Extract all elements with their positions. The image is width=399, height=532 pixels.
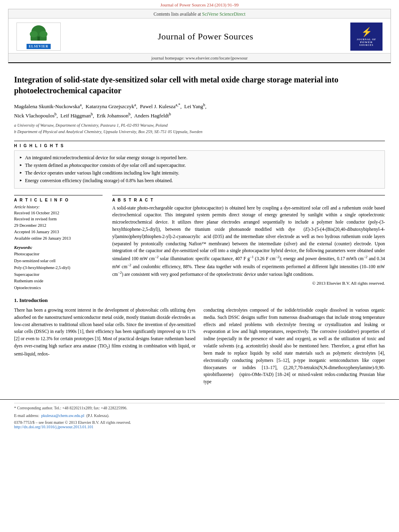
journal-title: Journal of Power Sources <box>65 31 346 42</box>
footer-area: * Corresponding author. Tel.: +48 822021… <box>0 399 399 432</box>
footer-email-label: E-mail address: <box>14 413 39 418</box>
intro-col-right: conducting electrolytes composed of the … <box>204 307 385 389</box>
footer-doi: http://dx.doi.org/10.1016/j.jpowsour.201… <box>14 425 385 429</box>
highlights-list: An integrated microelectrochemical devic… <box>19 154 380 185</box>
header-middle: ELSEVIER Journal of Power Sources ⚡ JOUR… <box>8 18 391 53</box>
article-history: Article history: Received 16 October 201… <box>14 205 103 242</box>
affiliations: a University of Warsaw, Department of Ch… <box>14 122 385 135</box>
abstract-section: A B S T R A C T A solid-state photo-rech… <box>112 195 385 286</box>
author-katarzyna: Katarzyna Grzejszczyk <box>86 103 134 109</box>
accepted-date: Accepted 16 January 2013 <box>14 229 103 235</box>
article-abstract-cols: A R T I C L E I N F O Article history: R… <box>14 195 385 292</box>
received-date: Received 16 October 2012 <box>14 210 103 216</box>
bolt-icon: ⚡ <box>361 27 372 37</box>
header-sciverse: Contents lists available at SciVerse Sci… <box>8 9 391 18</box>
abstract-text: A solid-state photo-rechargeable capacit… <box>112 205 385 279</box>
history-label: Article history: <box>14 205 103 209</box>
footnote-divider <box>14 403 385 403</box>
received-revised-date: 29 December 2012 <box>14 222 103 229</box>
article-info-label: A R T I C L E I N F O <box>14 198 103 202</box>
elsevier-badge: ELSEVIER <box>27 44 51 49</box>
keywords-label: Keywords: <box>14 245 103 250</box>
received-revised-label: Received in revised form <box>14 216 103 222</box>
svg-rect-4 <box>37 37 40 41</box>
author-anders: Anders Hagfeldt <box>134 113 169 119</box>
highlight-item-4: Energy conversion efficiency (including … <box>19 177 380 185</box>
author-nick: Nick Vlachopoulos <box>14 113 55 119</box>
journal-logo-right: ⚡ JOURNAL OF POWER SOURCES <box>350 23 383 51</box>
kw-poly: Poly-(3-hexylthiophene-2,5-diyl) <box>14 265 103 271</box>
header-homepage: journal homepage: www.elsevier.com/locat… <box>8 53 391 62</box>
sciverse-text: Contents lists available at SciVerse Sci… <box>154 12 245 16</box>
main-content: Integration of solid-state dye-sensitize… <box>0 63 399 393</box>
journal-ref-text: Journal of Power Sources 234 (2013) 91–9… <box>160 2 239 7</box>
highlight-item-2: The system defined as photocapacitor con… <box>19 162 380 169</box>
author-leif: Leif Häggman <box>60 113 90 119</box>
highlight-item-1: An integrated microelectrochemical devic… <box>19 154 380 162</box>
keywords-section: Keywords: Photocapacitor Dye-sensitized … <box>14 245 103 292</box>
author-pawel: Pawel J. Kulesza <box>140 103 175 109</box>
kw-ruthenium: Ruthenium oxide <box>14 278 103 285</box>
kw-dssc: Dye-sensitized solar cell <box>14 258 103 265</box>
intro-para-1: There has been a growing recent interest… <box>14 307 195 358</box>
intro-section: 1. Introduction There has been a growing… <box>14 297 385 389</box>
intro-two-col: There has been a growing recent interest… <box>14 307 385 389</box>
footer-issn: 0378-7753/$ – see front matter © 2013 El… <box>14 420 385 425</box>
available-date: Available online 26 January 2013 <box>14 235 103 242</box>
kw-supercapacitor: Supercapacitor <box>14 271 103 278</box>
footer-email: pkulesza@chem.uw.edu.pl <box>41 413 84 418</box>
svg-point-2 <box>30 31 38 37</box>
footer-corresponding-text: * Corresponding author. Tel.: +48 822021… <box>14 406 127 410</box>
paper-title: Integration of solid-state dye-sensitize… <box>14 74 385 96</box>
highlights-label: H I G H L I G H T S <box>14 144 385 148</box>
elsevier-tree-icon <box>27 25 51 42</box>
logo-right-line3: SOURCES <box>359 44 373 46</box>
logo-right-line2: POWER <box>360 41 372 44</box>
journal-title-center: Journal of Power Sources <box>65 31 346 42</box>
author-lei: Lei Yang <box>184 103 203 109</box>
author-erik: Erik Johansson <box>97 113 128 119</box>
intro-para-2: conducting electrolytes composed of the … <box>204 307 385 386</box>
svg-point-3 <box>39 31 47 37</box>
journal-ref-bar: Journal of Power Sources 234 (2013) 91–9… <box>0 0 399 9</box>
intro-col-left: There has been a growing recent interest… <box>14 307 195 389</box>
article-info-section: A R T I C L E I N F O Article history: R… <box>14 195 103 292</box>
kw-photocapacitor: Photocapacitor <box>14 251 103 258</box>
intro-heading: 1. Introduction <box>14 297 385 304</box>
article-info-col: A R T I C L E I N F O Article history: R… <box>14 195 103 292</box>
abstract-label: A B S T R A C T <box>112 198 385 202</box>
homepage-text: journal homepage: www.elsevier.com/locat… <box>151 55 247 60</box>
page-wrapper: Journal of Power Sources 234 (2013) 91–9… <box>0 0 399 432</box>
footer-issn-text: 0378-7753/$ – see front matter © 2013 El… <box>14 420 131 425</box>
intro-heading-text: 1. Introduction <box>14 297 48 303</box>
footer-corresponding: * Corresponding author. Tel.: +48 822021… <box>14 405 385 411</box>
copyright-notice: © 2013 Elsevier B.V. All rights reserved… <box>112 281 385 286</box>
footer-email-line: E-mail address: pkulesza@chem.uw.edu.pl … <box>14 413 385 419</box>
authors-line: Magdalena Skunik-Nuckowskaa, Katarzyna G… <box>14 102 385 120</box>
keywords-list: Photocapacitor Dye-sensitized solar cell… <box>14 251 103 292</box>
doi-link[interactable]: http://dx.doi.org/10.1016/j.jpowsour.201… <box>14 425 93 429</box>
highlights-divider <box>14 141 385 141</box>
author-magdalena: Magdalena Skunik-Nuckowska <box>14 103 80 109</box>
footer-email-suffix: (P.J. Kulesza). <box>86 413 109 418</box>
kw-optoelectronics: Optoelectronics <box>14 285 103 292</box>
header-area: Contents lists available at SciVerse Sci… <box>8 9 391 63</box>
sciverse-link[interactable]: SciVerse ScienceDirect <box>202 12 246 16</box>
highlights-box: An integrated microelectrochemical devic… <box>14 150 385 189</box>
affiliation-b: b Department of Physical and Analytical … <box>14 129 202 134</box>
highlight-item-3: The device operates under various light … <box>19 169 380 177</box>
abstract-col: A B S T R A C T A solid-state photo-rech… <box>112 195 385 292</box>
elsevier-logo-left: ELSEVIER <box>16 23 61 51</box>
affiliation-a: a University of Warsaw, Department of Ch… <box>14 123 168 127</box>
